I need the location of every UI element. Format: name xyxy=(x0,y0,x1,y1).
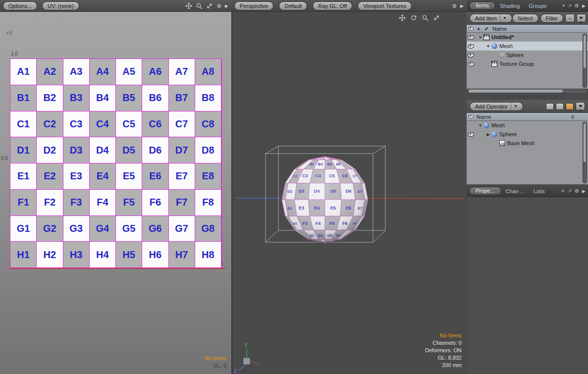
chevron-down-icon[interactable]: ▼ xyxy=(500,14,507,22)
tab-channels[interactable]: Chan ... xyxy=(501,188,530,194)
maximize-icon[interactable] xyxy=(433,14,440,21)
uv-editor-panel: Options... UV: (none) ⚙ ▶ +V 1.0 0.5 0 0 xyxy=(0,0,232,374)
gear-icon[interactable]: ⚙ xyxy=(575,188,579,194)
options-button[interactable]: Options... xyxy=(3,1,37,10)
item-panel-tabbar: Items Shading Groups ▾ ↗ ⚙ ▶ xyxy=(467,0,588,12)
mesh-ops-scrollbar[interactable] xyxy=(583,122,587,183)
count-column-header: # xyxy=(571,114,588,120)
funnel-icon xyxy=(579,105,583,107)
expander-icon[interactable]: ▼ xyxy=(478,123,483,128)
textured-sphere[interactable]: B3B4B5B6C2C3C4C5C6C7D2D3D4D5D6D7E2E3E4E5… xyxy=(282,157,368,243)
tab-properties[interactable]: Prope... xyxy=(469,187,501,195)
item-row-sphere[interactable]: ⚙Sphere xyxy=(467,51,588,59)
axis-gizmo: Y Z xyxy=(234,342,260,374)
panel-splitter[interactable] xyxy=(467,94,588,100)
tab-items[interactable]: Items xyxy=(469,1,495,10)
svg-text:G6: G6 xyxy=(336,234,341,237)
panel-expand-icon[interactable]: ▶ xyxy=(582,3,586,8)
viewport-toolbar: Perspective Default Ray GL: Off Viewport… xyxy=(231,0,467,12)
expander-icon[interactable]: ▼ xyxy=(478,35,483,40)
zoom-icon[interactable] xyxy=(196,2,203,9)
panel-expand-icon[interactable]: ▶ xyxy=(225,2,228,9)
visibility-eye-icon[interactable] xyxy=(468,62,474,66)
item-list-hscrollbar[interactable] xyxy=(468,89,587,94)
gear-icon: ⚙ xyxy=(499,52,504,58)
popout-icon[interactable]: ↗ xyxy=(568,188,572,194)
shading-mode-button[interactable]: Default xyxy=(279,1,307,10)
add-operator-button[interactable]: Add Operator ▼ xyxy=(470,102,523,111)
item-row-mesh[interactable]: ▼Mesh xyxy=(467,42,588,51)
visibility-eye-icon[interactable] xyxy=(468,35,474,40)
gear-icon[interactable]: ⚙ xyxy=(575,3,579,8)
expander-icon[interactable]: ▶ xyxy=(485,132,491,137)
uv-cell-C7: C7 xyxy=(169,111,195,138)
add-tab-icon[interactable]: + xyxy=(561,188,565,195)
name-column-header[interactable]: Name xyxy=(475,114,491,120)
pan-icon[interactable] xyxy=(185,2,192,9)
item-row-sphere[interactable]: ▶Sphere xyxy=(467,130,588,139)
select-button[interactable]: Select xyxy=(512,14,538,23)
panel-expand-icon[interactable]: ▶ xyxy=(460,2,464,9)
uv-cell-A8: A8 xyxy=(195,59,221,85)
svg-text:E4: E4 xyxy=(314,206,320,211)
maximize-icon[interactable] xyxy=(206,2,213,9)
filter-funnel-button[interactable] xyxy=(577,14,586,22)
svg-text:F5: F5 xyxy=(329,221,335,226)
visibility-eye-icon[interactable] xyxy=(468,53,474,57)
uv-status-readout: No Items GL: 0 xyxy=(205,355,226,370)
pan-icon[interactable] xyxy=(399,14,406,21)
item-list-scrollbar[interactable] xyxy=(583,34,587,88)
uv-cell-F7: F7 xyxy=(169,190,195,216)
viewport-nav-icons xyxy=(399,14,440,21)
item-row-mesh[interactable]: ▼Mesh xyxy=(467,121,588,130)
add-item-button[interactable]: Add Item ▼ xyxy=(470,14,512,23)
expander-icon[interactable]: ▼ xyxy=(485,44,491,49)
popout-icon[interactable]: ↗ xyxy=(568,3,572,8)
svg-text:G5: G5 xyxy=(327,233,332,238)
raygl-button[interactable]: Ray GL: Off xyxy=(313,1,352,10)
collapse-all-button[interactable]: − xyxy=(565,14,575,22)
camera-mode-button[interactable]: Perspective xyxy=(234,1,273,10)
item-row-texture-group[interactable]: Texture Group xyxy=(467,59,588,68)
uv-cell-A4: A4 xyxy=(90,59,116,85)
view-mode-ops-button[interactable] xyxy=(566,103,574,110)
uv-checker-grid[interactable]: A1A2A3A4A5A6A7A8B1B2B3B4B5B6B7B8C1C2C3C4… xyxy=(10,58,222,268)
svg-text:E6: E6 xyxy=(346,206,351,211)
funnel-icon xyxy=(579,17,583,19)
uv-cell-H5: H5 xyxy=(116,242,142,268)
filter-funnel-button[interactable] xyxy=(576,102,585,110)
uv-cell-F8: F8 xyxy=(195,190,221,216)
filter-button[interactable]: Filter xyxy=(540,14,563,23)
scrollbar-thumb[interactable] xyxy=(469,90,563,93)
uv-cell-D2: D2 xyxy=(37,137,63,163)
scrollbar-thumb[interactable] xyxy=(584,123,586,162)
viewport-3d-panel[interactable]: Perspective Default Ray GL: Off Viewport… xyxy=(231,0,468,374)
svg-text:C7: C7 xyxy=(353,174,357,178)
chevron-down-icon[interactable]: ▼ xyxy=(511,103,518,110)
uv-cell-H6: H6 xyxy=(142,242,168,268)
name-column-header[interactable]: Name xyxy=(490,26,507,32)
chevron-down-icon[interactable]: ▾ xyxy=(563,3,565,8)
tab-lists[interactable]: Lists xyxy=(529,188,549,194)
scrollbar-thumb[interactable] xyxy=(584,35,586,68)
uv-cell-A5: A5 xyxy=(116,59,142,85)
visibility-eye-icon[interactable] xyxy=(468,132,474,137)
gear-icon[interactable]: ⚙ xyxy=(452,2,457,9)
panel-expand-icon[interactable]: ▶ xyxy=(582,189,586,194)
viewport-textures-button[interactable]: Viewport Textures xyxy=(358,1,412,10)
view-mode-list-button[interactable] xyxy=(546,103,554,110)
tab-groups[interactable]: Groups xyxy=(524,3,551,9)
item-row-untitled-[interactable]: ▼Untitled* xyxy=(467,33,588,42)
mesh-ops-toolbar: Add Operator ▼ xyxy=(467,100,588,113)
gear-icon[interactable]: ⚙ xyxy=(216,2,221,9)
tab-shading[interactable]: Shading xyxy=(495,3,524,9)
visibility-eye-icon[interactable] xyxy=(468,44,474,49)
item-list: ▼Untitled*▼Mesh⚙SphereTexture Group xyxy=(467,33,588,89)
uv-map-selector-button[interactable]: UV: (none) xyxy=(42,1,79,10)
view-mode-tree-button[interactable] xyxy=(556,103,564,110)
tick-v-mid: 0.5 xyxy=(1,156,8,161)
uv-cell-H3: H3 xyxy=(63,242,90,268)
zoom-icon[interactable] xyxy=(422,14,428,21)
orbit-icon[interactable] xyxy=(410,14,417,21)
item-row-base-mesh[interactable]: Base Mesh xyxy=(467,139,588,148)
